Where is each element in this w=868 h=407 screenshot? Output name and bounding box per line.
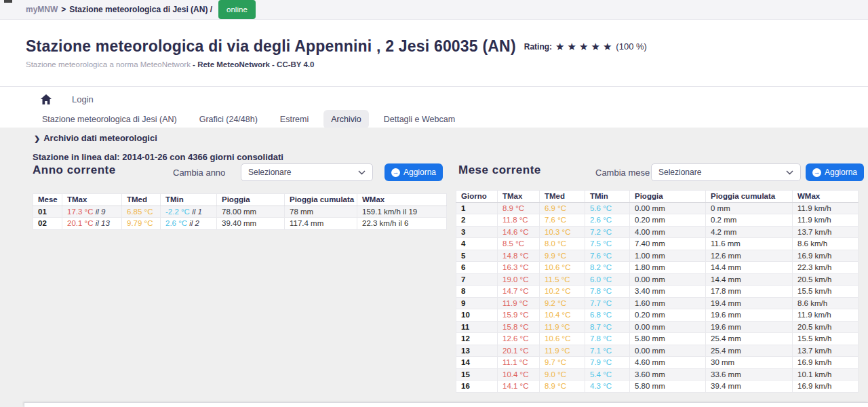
table-cell: 0.20 mm: [630, 214, 706, 227]
table-row: 1510.4 °C9.0 °C5.4 °C3.60 mm33.6 mm10.1 …: [456, 368, 859, 381]
table-cell: 9.7 °C: [540, 357, 585, 369]
table-row: 1320.1 °C11.9 °C7.1 °C0.00 mm25.4 mm13.7…: [456, 345, 859, 357]
table-row: 314.6 °C10.3 °C7.2 °C4.00 mm4.2 mm13.7 k…: [456, 226, 859, 238]
table-cell: 10.6 °C: [540, 333, 585, 345]
table-cell: 11.9 °C: [540, 345, 585, 357]
table-cell: 11.9 °C: [540, 321, 585, 333]
table-cell: 8.6 km/h: [793, 297, 859, 309]
table-cell: 7: [456, 273, 498, 286]
table-cell: 20.5 km/h: [793, 321, 859, 333]
column-header: TMed: [540, 191, 585, 203]
table-cell: 14.4 mm: [706, 273, 793, 286]
table-cell: 9.9 °C: [540, 250, 585, 262]
table-row: 211.8 °C7.6 °C2.6 °C0.20 mm0.2 mm11.9 km…: [456, 214, 859, 227]
table-cell: 22.3 km/h il 6: [357, 218, 447, 230]
table-cell: 15: [456, 368, 498, 381]
table-cell: 14.7 °C: [498, 286, 540, 298]
column-header: WMax: [793, 191, 859, 203]
table-cell: 4.00 mm: [630, 226, 706, 238]
table-cell: 12.6 mm: [706, 250, 793, 262]
table-cell: 8.6 km/h: [793, 238, 859, 250]
page-title: Stazione meteorologica di via degli Appe…: [26, 37, 516, 56]
table-cell: 11.1 °C: [498, 357, 540, 369]
table-cell: 8.7 °C: [585, 321, 630, 333]
table-cell: 14.1 °C: [498, 381, 540, 393]
table-row: 911.9 °C9.2 °C7.7 °C1.60 mm19.4 mm8.6 km…: [456, 297, 859, 309]
table-cell: 15.8 °C: [498, 321, 540, 333]
month-select-value: Selezionare: [658, 168, 701, 177]
table-cell: 8.9 °C: [498, 202, 540, 214]
column-header: Pioggia: [217, 194, 285, 206]
table-cell: 6: [456, 262, 498, 274]
tab-estremi[interactable]: Estremi: [273, 110, 316, 129]
tab-stazione[interactable]: Stazione meteorologica di Jesi (AN): [35, 110, 184, 129]
table-cell: 8.2 °C: [585, 262, 630, 274]
table-cell: 8.0 °C: [540, 238, 585, 250]
next-section-panel: [24, 402, 868, 407]
change-year-label: Cambia anno: [173, 168, 225, 178]
table-cell: 01: [33, 206, 62, 218]
table-cell: 13.7 km/h: [793, 345, 859, 357]
breadcrumb-brand-link[interactable]: myMNW: [26, 5, 58, 14]
table-row: 0220.1 °C il 139.79 °C2.6 °C il 239.40 m…: [33, 218, 447, 230]
table-cell: 0 mm: [706, 202, 793, 214]
column-header: Pioggia cumulata: [706, 191, 793, 203]
table-header-row: Mese TMax TMed TMin Pioggia Pioggia cumu…: [33, 194, 447, 206]
table-cell: 6.0 °C: [585, 273, 630, 286]
table-cell: 3.40 mm: [630, 286, 706, 298]
table-header-row: Giorno TMax TMed TMin Pioggia Pioggia cu…: [456, 191, 859, 203]
table-cell: 17.3 °C il 9: [62, 206, 122, 218]
table-cell: 4: [456, 238, 498, 250]
table-cell: 78.00 mm: [217, 206, 285, 218]
year-aggiorna-button[interactable]: → Aggiorna: [384, 163, 443, 181]
table-row: 1411.1 °C9.7 °C7.9 °C4.60 mm30 mm16.9 km…: [456, 357, 859, 369]
page-header: Stazione meteorologica di via degli Appe…: [0, 20, 868, 87]
tab-archivio[interactable]: Archivio: [323, 110, 368, 129]
table-cell: 11: [456, 321, 498, 333]
subtitle-links[interactable]: - Rete MeteoNetwork - CC-BY 4.0: [193, 60, 314, 69]
table-cell: 7.5 °C: [585, 238, 630, 250]
chevron-down-icon: [786, 170, 793, 175]
refresh-arrow-icon: →: [391, 168, 400, 177]
table-cell: 8.9 °C: [540, 381, 585, 393]
table-cell: 6.85 °C: [122, 206, 161, 218]
table-row: 1115.8 °C11.9 °C8.7 °C0.00 mm19.6 mm20.5…: [456, 321, 859, 333]
year-select[interactable]: Selezionare: [241, 163, 373, 181]
month-select[interactable]: Selezionare: [651, 163, 801, 181]
table-row: 0117.3 °C il 96.85 °C-2.2 °C il 178.00 m…: [33, 206, 447, 218]
table-cell: 10: [456, 309, 498, 322]
table-cell: 2: [456, 214, 498, 227]
table-cell: 0.20 mm: [630, 309, 706, 322]
table-row: 814.7 °C10.2 °C7.8 °C3.40 mm17.8 mm15.5 …: [456, 286, 859, 298]
column-header: TMax: [498, 191, 540, 203]
login-link[interactable]: Login: [72, 94, 94, 104]
breadcrumb-page: Stazione meteorologica di Jesi (AN) /: [69, 5, 212, 14]
table-cell: 11.8 °C: [498, 214, 540, 227]
change-month-label: Cambia mese: [595, 168, 650, 178]
month-data-table: Giorno TMax TMed TMin Pioggia Pioggia cu…: [456, 190, 859, 393]
table-cell: 10.2 °C: [540, 286, 585, 298]
column-header: WMax: [357, 194, 447, 206]
table-cell: 7.7 °C: [585, 297, 630, 309]
column-header: TMin: [161, 194, 217, 206]
tab-grafici[interactable]: Grafici (24/48h): [192, 110, 265, 129]
home-icon[interactable]: [41, 94, 52, 104]
table-cell: 19.0 °C: [498, 273, 540, 286]
month-panel-title: Mese corrente: [458, 163, 541, 177]
star-rating-icons: ★★★★★: [555, 41, 614, 53]
table-cell: 33.6 mm: [706, 368, 793, 381]
table-cell: 25.4 mm: [706, 345, 793, 357]
table-cell: 25.4 mm: [706, 333, 793, 345]
table-cell: 10.6 °C: [540, 262, 585, 274]
table-cell: 11.9 °C: [498, 297, 540, 309]
table-cell: 14.4 mm: [706, 262, 793, 274]
table-cell: 16: [456, 381, 498, 393]
table-cell: 10.4 °C: [498, 368, 540, 381]
tab-dettagli-webcam[interactable]: Dettagli e Webcam: [376, 110, 462, 129]
month-aggiorna-button[interactable]: → Aggiorna: [806, 163, 864, 181]
table-cell: 2.6 °C: [585, 214, 630, 227]
breadcrumb-separator: >: [61, 5, 66, 14]
table-cell: 0.00 mm: [630, 202, 706, 214]
tab-bar: Stazione meteorologica di Jesi (AN) Graf…: [0, 110, 868, 129]
table-cell: 10.1 km/h: [793, 368, 859, 381]
